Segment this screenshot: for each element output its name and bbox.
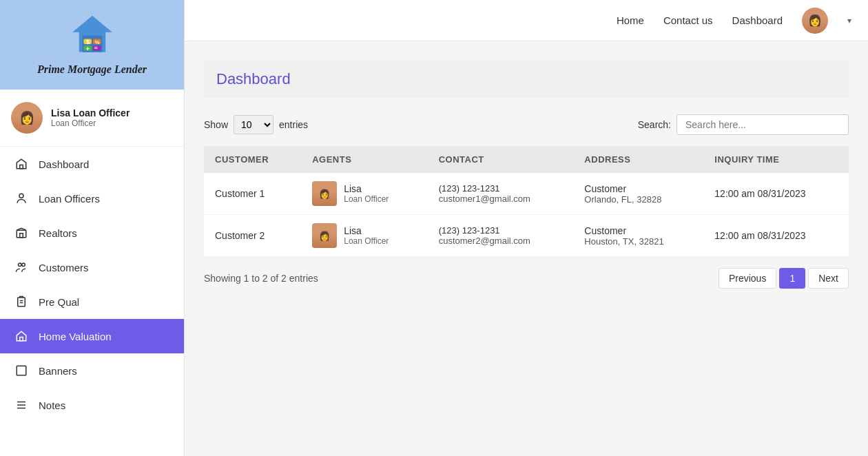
cell-address-0: Customer Orlando, FL, 32828: [573, 173, 703, 215]
home-icon: [14, 156, 29, 172]
sidebar-item-banners[interactable]: Banners: [0, 353, 184, 388]
entries-label: entries: [279, 119, 308, 130]
sidebar-item-home-valuation-label: Home Valuation: [39, 331, 112, 342]
sidebar-item-dashboard-label: Dashboard: [39, 158, 89, 170]
sidebar-item-customers[interactable]: Customers: [0, 250, 184, 284]
cell-customer-0: Customer 1: [204, 173, 301, 215]
svg-rect-19: [20, 338, 23, 341]
sidebar-item-realtors-label: Realtors: [39, 227, 77, 239]
sidebar-item-pre-qual-label: Pre Qual: [39, 296, 79, 308]
top-navbar: Home Contact us Dashboard 👩 ▾: [185, 0, 868, 41]
table-row: Customer 1 👩 Lisa Loan Officer (123) 123…: [204, 173, 849, 215]
cell-contact-0: (123) 123-1231 customer1@gmail.com: [428, 173, 574, 215]
table-controls: Show 10 25 50 100 entries Search:: [204, 114, 849, 135]
page-content: Dashboard Show 10 25 50 100 entries Sear…: [185, 41, 868, 456]
sidebar-user-avatar: 👩: [11, 102, 43, 134]
sidebar: $ % + = Prime Mortgage Lender 👩 Lisa Loa…: [0, 0, 185, 456]
svg-rect-16: [18, 298, 25, 307]
sidebar-logo: $ % + = Prime Mortgage Lender: [0, 0, 184, 90]
svg-rect-13: [20, 234, 23, 238]
sidebar-user-name: Lisa Loan Officer: [51, 107, 130, 118]
house-icon: [14, 329, 29, 344]
sidebar-item-realtors[interactable]: Realtors: [0, 216, 184, 250]
search-input[interactable]: [676, 114, 849, 135]
col-agents: AGENTS: [301, 146, 428, 173]
sidebar-item-notes[interactable]: Notes: [0, 388, 184, 422]
sidebar-item-dashboard[interactable]: Dashboard: [0, 147, 184, 181]
agent-avatar-1: 👩: [312, 223, 337, 248]
sidebar-user: 👩 Lisa Loan Officer Loan Officer: [0, 90, 184, 147]
cell-contact-1: (123) 123-1231 customer2@gmail.com: [428, 215, 574, 257]
cell-inquiry-1: 12:00 am 08/31/2023: [703, 215, 849, 257]
page-title: Dashboard: [216, 70, 836, 88]
cell-agent-1: 👩 Lisa Loan Officer: [301, 215, 428, 257]
cell-inquiry-0: 12:00 am 08/31/2023: [703, 173, 849, 215]
show-entries-control: Show 10 25 50 100 entries: [204, 115, 308, 134]
logo-icon: $ % + =: [68, 12, 116, 59]
logo-text: Prime Mortgage Lender: [37, 63, 147, 77]
svg-text:+: +: [85, 45, 90, 52]
clipboard-icon: [14, 294, 29, 309]
previous-button[interactable]: Previous: [719, 268, 776, 289]
svg-point-15: [22, 263, 25, 267]
square-icon: [14, 363, 29, 378]
people-icon: [14, 260, 29, 275]
page-1-button[interactable]: 1: [779, 268, 805, 289]
pagination-info: Showing 1 to 2 of 2 entries: [204, 273, 318, 284]
sidebar-user-info: Lisa Loan Officer Loan Officer: [51, 107, 130, 128]
svg-point-14: [19, 263, 22, 267]
col-inquiry-time: INQUIRY TIME: [703, 146, 849, 173]
sidebar-user-role: Loan Officer: [51, 118, 130, 128]
col-customer: CUSTOMER: [204, 146, 301, 173]
col-address: ADDRESS: [573, 146, 703, 173]
pagination: Showing 1 to 2 of 2 entries Previous 1 N…: [204, 268, 849, 289]
nav-contact-link[interactable]: Contact us: [663, 14, 713, 26]
next-button[interactable]: Next: [808, 268, 849, 289]
pagination-controls: Previous 1 Next: [719, 268, 849, 289]
nav-home-link[interactable]: Home: [617, 14, 644, 26]
sidebar-item-banners-label: Banners: [39, 365, 77, 377]
svg-text:=: =: [94, 45, 97, 52]
svg-rect-20: [17, 366, 26, 375]
nav-dashboard-link[interactable]: Dashboard: [732, 14, 783, 26]
sidebar-item-home-valuation[interactable]: Home Valuation: [0, 319, 184, 353]
cell-agent-0: 👩 Lisa Loan Officer: [301, 173, 428, 215]
cell-address-1: Customer Houston, TX, 32821: [573, 215, 703, 257]
sidebar-item-customers-label: Customers: [39, 262, 89, 273]
svg-point-11: [19, 194, 23, 198]
list-icon: [14, 397, 29, 413]
show-label: Show: [204, 119, 228, 130]
person-icon: [14, 191, 29, 206]
cell-customer-1: Customer 2: [204, 215, 301, 257]
sidebar-item-pre-qual[interactable]: Pre Qual: [0, 284, 184, 319]
sidebar-item-loan-officers[interactable]: Loan Officers: [0, 181, 184, 216]
topnav-chevron-icon[interactable]: ▾: [847, 16, 851, 25]
sidebar-item-notes-label: Notes: [39, 400, 65, 411]
page-header: Dashboard: [204, 61, 849, 98]
main-content: Home Contact us Dashboard 👩 ▾ Dashboard …: [185, 0, 868, 456]
sidebar-nav: Dashboard Loan Officers Realtors: [0, 147, 184, 456]
svg-rect-10: [20, 165, 23, 169]
search-area: Search:: [638, 114, 849, 135]
entries-per-page-select[interactable]: 10 25 50 100: [234, 115, 273, 134]
building-icon: [14, 225, 29, 240]
agent-avatar-0: 👩: [312, 181, 337, 206]
sidebar-item-loan-officers-label: Loan Officers: [39, 193, 100, 205]
search-label: Search:: [638, 119, 671, 130]
customers-table: CUSTOMER AGENTS CONTACT ADDRESS INQUIRY …: [204, 146, 849, 257]
topnav-user-avatar[interactable]: 👩: [802, 8, 828, 34]
table-row: Customer 2 👩 Lisa Loan Officer (123) 123…: [204, 215, 849, 257]
col-contact: CONTACT: [428, 146, 574, 173]
